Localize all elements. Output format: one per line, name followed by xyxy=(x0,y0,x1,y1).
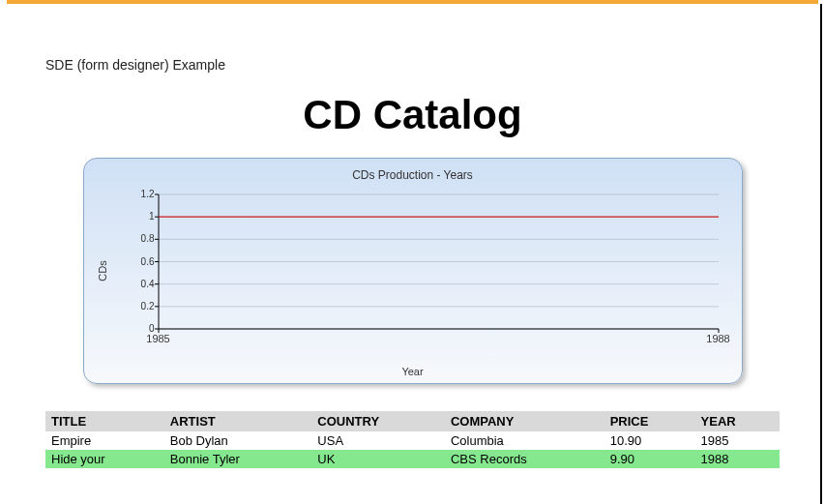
page-title: CD Catalog xyxy=(45,92,780,138)
cell-year: 1988 xyxy=(695,450,780,468)
cell-country: USA xyxy=(311,431,445,450)
cell-year: 1985 xyxy=(695,431,780,450)
col-title: TITLE xyxy=(45,411,164,431)
col-year: YEAR xyxy=(695,411,780,431)
cell-company: Columbia xyxy=(445,431,604,450)
document-canvas: SDE (form designer) Example CD Catalog C… xyxy=(0,0,825,504)
left-gutter xyxy=(0,0,7,504)
cell-price: 10.90 xyxy=(604,431,695,450)
col-price: PRICE xyxy=(604,411,695,431)
chart-title: CDs Production - Years xyxy=(84,168,742,182)
cell-artist: Bob Dylan xyxy=(164,431,312,450)
chart-plot-area: 00.20.40.60.811.219851988 xyxy=(135,193,722,342)
table-row: Hide yourBonnie TylerUKCBS Records9.9019… xyxy=(45,450,780,468)
col-company: COMPANY xyxy=(445,411,604,431)
cell-price: 9.90 xyxy=(604,450,695,468)
chart-xlabel: Year xyxy=(84,366,742,377)
cell-artist: Bonnie Tyler xyxy=(164,450,312,468)
cell-country: UK xyxy=(311,450,445,468)
cell-title: Hide your xyxy=(45,450,164,468)
right-frame-line xyxy=(820,4,822,504)
col-country: COUNTRY xyxy=(311,411,445,431)
cell-title: Empire xyxy=(45,431,164,450)
table-header-row: TITLE ARTIST COUNTRY COMPANY PRICE YEAR xyxy=(45,411,780,431)
table-row: EmpireBob DylanUSAColumbia10.901985 xyxy=(45,431,780,450)
page-content: SDE (form designer) Example CD Catalog C… xyxy=(7,4,818,504)
cd-table: TITLE ARTIST COUNTRY COMPANY PRICE YEAR … xyxy=(45,411,780,468)
chart-panel: CDs Production - Years CDs Year 00.20.40… xyxy=(83,158,743,384)
chart-svg xyxy=(135,193,722,342)
cell-company: CBS Records xyxy=(445,450,604,468)
chart-ylabel: CDs xyxy=(96,260,107,281)
col-artist: ARTIST xyxy=(164,411,312,431)
page-subtitle: SDE (form designer) Example xyxy=(45,57,780,73)
